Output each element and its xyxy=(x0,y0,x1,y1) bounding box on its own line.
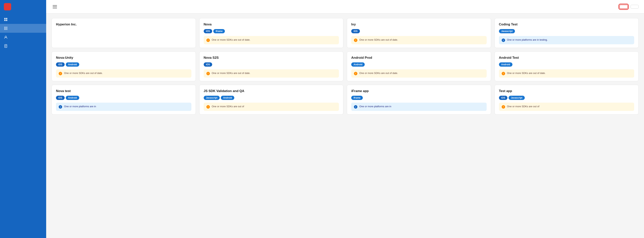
alert-text-nova: One or more SDKs are out of date. xyxy=(212,38,250,41)
card-tags-ivy: iOS xyxy=(351,29,487,33)
alert-text-js-sdk-validation: One or more SDKs are out of xyxy=(212,105,244,108)
svg-point-4 xyxy=(4,27,5,28)
alert-text-ivy: One or more SDKs are out of date. xyxy=(359,38,398,41)
header-actions xyxy=(620,5,638,9)
tag-iframe: Iframe xyxy=(213,29,225,33)
tag-javascript: Javascript xyxy=(508,96,524,100)
card-tags-js-sdk-validation: JavascriptAndroid xyxy=(204,96,339,100)
card-nova-unity[interactable]: Nova-UnityiOSAndroid!One or more SDKs ar… xyxy=(52,51,196,81)
svg-point-12 xyxy=(6,29,7,30)
card-js-sdk-validation[interactable]: JS SDK Validation and QAJavascriptAndroi… xyxy=(199,85,344,115)
card-alert-android-prod: !One or more SDKs are out of date. xyxy=(351,69,487,78)
alert-text-nova-s2s: One or more SDKs are out of date. xyxy=(212,72,250,75)
app-logo[interactable] xyxy=(4,3,11,11)
card-ivy[interactable]: IvyiOS!One or more SDKs are out of date. xyxy=(347,18,491,48)
card-title-iframe-app: iFrame app xyxy=(351,89,487,93)
card-alert-js-sdk-validation: !One or more SDKs are out of xyxy=(204,103,339,111)
hamburger-line-3 xyxy=(53,8,57,8)
card-nova-s2s[interactable]: Nova S2SiOS!One or more SDKs are out of … xyxy=(199,51,344,81)
sidebar xyxy=(0,0,46,238)
card-hyperion-inc[interactable]: Hyperion Inc. xyxy=(52,18,196,48)
tag-iframe: Iframe xyxy=(351,96,363,100)
tag-android: Android xyxy=(351,62,365,67)
card-title-coding-test: Coding Test xyxy=(499,23,634,26)
cards-content: Hyperion Inc.NovaiOSIframe!One or more S… xyxy=(46,14,644,238)
svg-rect-3 xyxy=(6,20,7,21)
card-title-ivy: Ivy xyxy=(351,23,487,26)
sidebar-item-app-titles[interactable] xyxy=(0,24,46,33)
alert-icon-android-test: ! xyxy=(502,72,505,75)
alert-icon-nova: ! xyxy=(206,39,210,42)
documentation-icon xyxy=(4,44,8,48)
alert-icon-ivy: ! xyxy=(354,39,358,42)
card-alert-test-app: !One or more SDKs are out of xyxy=(499,103,634,111)
card-alert-nova-s2s: !One or more SDKs are out of date. xyxy=(204,69,339,78)
sidebar-item-dashboard[interactable] xyxy=(0,15,46,24)
card-tags-nova-s2s: iOS xyxy=(204,62,339,67)
card-tags-android-prod: Android xyxy=(351,62,487,67)
new-app-button[interactable] xyxy=(630,5,638,9)
svg-rect-1 xyxy=(6,18,7,19)
card-tags-nova: iOSIframe xyxy=(204,29,339,33)
svg-point-11 xyxy=(6,29,6,30)
svg-point-5 xyxy=(6,27,6,28)
svg-rect-0 xyxy=(4,18,6,19)
app-cards-grid: Hyperion Inc.NovaiOSIframe!One or more S… xyxy=(52,18,638,115)
card-alert-nova-test: iOne or more platforms are in xyxy=(56,103,192,111)
alert-icon-nova-s2s: ! xyxy=(206,72,210,75)
card-alert-iframe-app: iOne or more platforms are in xyxy=(351,103,487,111)
dashboard-icon xyxy=(4,18,8,21)
card-title-android-test: Android Test xyxy=(499,56,634,60)
test-devices-button[interactable] xyxy=(620,5,628,9)
card-tags-test-app: iOSJavascript xyxy=(499,96,634,100)
alert-text-nova-unity: One or more SDKs are out of date. xyxy=(64,72,103,75)
svg-point-7 xyxy=(4,28,5,29)
card-tags-nova-unity: iOSAndroid xyxy=(56,62,192,67)
card-title-js-sdk-validation: JS SDK Validation and QA xyxy=(204,89,339,93)
card-title-nova-s2s: Nova S2S xyxy=(204,56,339,60)
tag-ios: iOS xyxy=(56,62,65,67)
alert-icon-nova-test: i xyxy=(59,105,62,109)
hamburger-menu[interactable] xyxy=(52,4,58,10)
card-coding-test[interactable]: Coding TestJavascriptiOne or more platfo… xyxy=(494,18,639,48)
card-tags-android-test: Android xyxy=(499,62,634,67)
svg-point-8 xyxy=(6,28,6,29)
sidebar-logo xyxy=(0,0,46,14)
card-tags-coding-test: Javascript xyxy=(499,29,634,33)
card-tags-nova-test: iOSAndroid xyxy=(56,96,192,100)
alert-text-android-test: One or more SDKs are out of date. xyxy=(507,72,546,75)
card-title-android-prod: Android Prod xyxy=(351,56,487,60)
alert-text-test-app: One or more SDKs are out of xyxy=(507,105,539,108)
page-header xyxy=(46,0,644,14)
alert-text-iframe-app: One or more platforms are in xyxy=(359,105,391,108)
alert-icon-test-app: ! xyxy=(502,105,505,109)
tag-ios: iOS xyxy=(56,96,65,100)
alert-text-coding-test: One or more platforms are in testing. xyxy=(507,38,548,41)
card-nova-test[interactable]: Nova testiOSAndroidiOne or more platform… xyxy=(52,85,196,115)
sidebar-navigation xyxy=(0,14,46,52)
card-title-nova: Nova xyxy=(204,23,339,26)
card-iframe-app[interactable]: iFrame appIframeiOne or more platforms a… xyxy=(347,85,491,115)
tag-ios: iOS xyxy=(204,62,212,67)
alert-icon-coding-test: i xyxy=(502,39,505,42)
svg-point-9 xyxy=(6,28,7,29)
sidebar-item-player-insights[interactable] xyxy=(0,33,46,42)
alert-text-android-prod: One or more SDKs are out of date. xyxy=(359,72,398,75)
card-title-nova-test: Nova test xyxy=(56,89,192,93)
card-title-hyperion-inc: Hyperion Inc. xyxy=(56,23,192,26)
sidebar-item-documentation[interactable] xyxy=(0,42,46,51)
card-title-test-app: Test app xyxy=(499,89,634,93)
card-test-app[interactable]: Test appiOSJavascript!One or more SDKs a… xyxy=(494,85,639,115)
svg-point-6 xyxy=(6,27,7,28)
app-titles-icon xyxy=(4,26,8,30)
hamburger-line-1 xyxy=(53,5,57,6)
card-android-prod[interactable]: Android ProdAndroid!One or more SDKs are… xyxy=(347,51,491,81)
svg-rect-2 xyxy=(4,20,6,21)
card-android-test[interactable]: Android TestAndroid!One or more SDKs are… xyxy=(494,51,639,81)
card-alert-nova-unity: !One or more SDKs are out of date. xyxy=(56,69,192,78)
card-nova[interactable]: NovaiOSIframe!One or more SDKs are out o… xyxy=(199,18,344,48)
player-insights-icon xyxy=(4,35,8,39)
tag-javascript: Javascript xyxy=(204,96,220,100)
tag-android: Android xyxy=(221,96,234,100)
card-alert-android-test: !One or more SDKs are out of date. xyxy=(499,69,634,78)
